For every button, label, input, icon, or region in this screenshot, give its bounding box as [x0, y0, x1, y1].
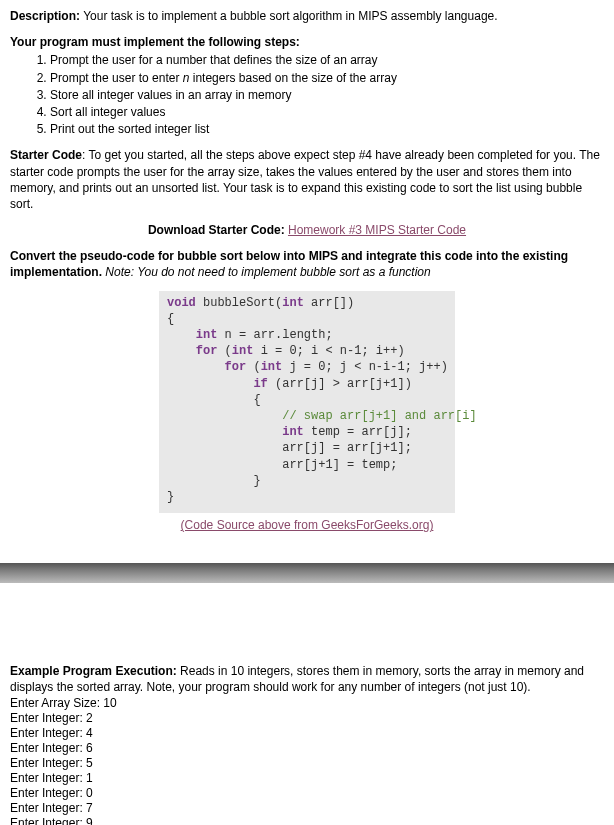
download-label: Download Starter Code:	[148, 223, 288, 237]
code-block: void bubbleSort(int arr[]) { int n = arr…	[159, 291, 455, 513]
step-item: Store all integer values in an array in …	[50, 87, 604, 103]
convert-note: Note: You do not need to implement bubbl…	[102, 265, 431, 279]
step-item: Print out the sorted integer list	[50, 121, 604, 137]
starter-text: : To get you started, all the steps abov…	[10, 148, 600, 211]
example-intro: Example Program Execution: Reads in 10 i…	[10, 663, 604, 695]
starter-paragraph: Starter Code: To get you started, all th…	[10, 147, 604, 212]
example-block: Example Program Execution: Reads in 10 i…	[10, 663, 604, 825]
download-line: Download Starter Code: Homework #3 MIPS …	[10, 222, 604, 238]
section-divider	[0, 563, 614, 583]
exec-line: Enter Integer: 5	[10, 756, 604, 771]
step-item: Prompt the user to enter n integers base…	[50, 70, 604, 86]
example-label: Example Program Execution:	[10, 664, 177, 678]
description-paragraph: Description: Your task is to implement a…	[10, 8, 604, 24]
exec-line: Enter Integer: 2	[10, 711, 604, 726]
exec-line: Enter Integer: 0	[10, 786, 604, 801]
description-label: Description:	[10, 9, 80, 23]
exec-line: Enter Array Size: 10	[10, 696, 604, 711]
convert-paragraph: Convert the pseudo-code for bubble sort …	[10, 248, 604, 280]
step-item: Prompt the user for a number that define…	[50, 52, 604, 68]
exec-line: Enter Integer: 9	[10, 816, 604, 825]
description-text: Your task is to implement a bubble sort …	[80, 9, 498, 23]
steps-heading: Your program must implement the followin…	[10, 34, 604, 50]
step-item: Sort all integer values	[50, 104, 604, 120]
exec-line: Enter Integer: 6	[10, 741, 604, 756]
steps-list: Prompt the user for a number that define…	[10, 52, 604, 137]
exec-line: Enter Integer: 7	[10, 801, 604, 816]
code-source-link[interactable]: (Code Source above from GeeksForGeeks.or…	[181, 518, 434, 532]
exec-line: Enter Integer: 1	[10, 771, 604, 786]
starter-label: Starter Code	[10, 148, 82, 162]
example-output: Enter Array Size: 10 Enter Integer: 2 En…	[10, 696, 604, 825]
download-link[interactable]: Homework #3 MIPS Starter Code	[288, 223, 466, 237]
exec-line: Enter Integer: 4	[10, 726, 604, 741]
code-source-line: (Code Source above from GeeksForGeeks.or…	[10, 517, 604, 533]
